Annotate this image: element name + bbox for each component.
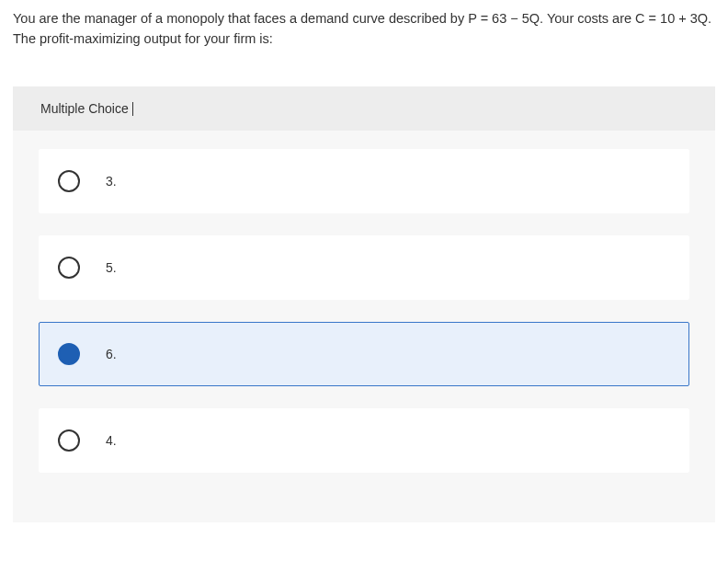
option-label: 4. <box>106 433 117 448</box>
option-3[interactable]: 4. <box>39 408 689 473</box>
option-label: 6. <box>106 347 117 361</box>
radio-icon <box>58 257 80 279</box>
options-list: 3. 5. 6. 4. <box>13 131 715 473</box>
radio-icon <box>58 429 80 452</box>
option-label: 3. <box>106 174 117 189</box>
option-0[interactable]: 3. <box>39 149 689 213</box>
section-label: Multiple Choice <box>40 101 129 116</box>
option-2[interactable]: 6. <box>39 322 689 386</box>
multiple-choice-container: Multiple Choice 3. 5. 6. 4. <box>13 86 715 523</box>
option-1[interactable]: 5. <box>39 235 689 300</box>
question-text: You are the manager of a monopoly that f… <box>13 9 715 50</box>
option-label: 5. <box>106 260 117 275</box>
radio-icon <box>58 170 80 192</box>
radio-icon <box>58 343 80 365</box>
section-header: Multiple Choice <box>13 86 715 132</box>
